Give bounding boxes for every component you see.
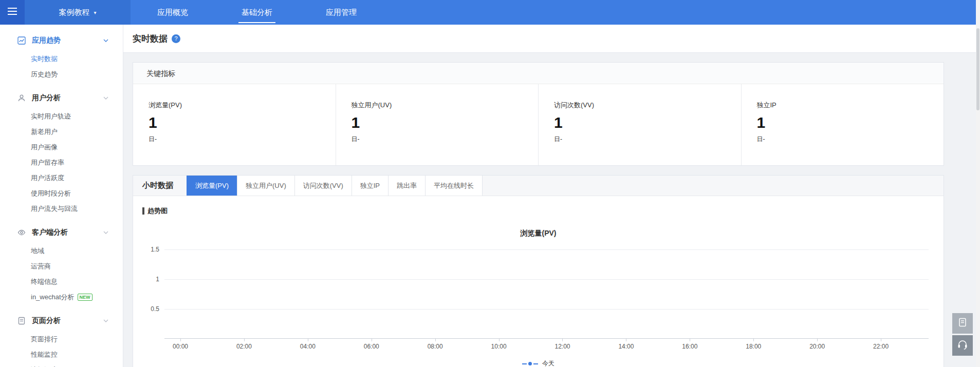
caret-down-icon: ▾	[94, 10, 96, 15]
x-axis-label: 10:00	[491, 343, 507, 350]
topnav-item-3[interactable]: 应用管理	[299, 0, 383, 25]
sidebar-section: 用户分析实时用户轨迹新老用户用户画像用户留存率用户活跃度使用时段分析用户流失与回…	[0, 87, 123, 217]
sidebar-item[interactable]: 地域	[0, 243, 123, 259]
x-axis-tick	[180, 339, 181, 341]
chart-legend[interactable]: 今天	[133, 359, 944, 367]
topnav-item-label: 应用管理	[326, 8, 357, 17]
user-icon	[17, 94, 26, 102]
sidebar-item[interactable]: 用户流失与回流	[0, 201, 123, 217]
sidebar-item[interactable]: 新老用户	[0, 124, 123, 140]
topnav-item-label: 基础分析	[242, 8, 272, 17]
sidebar-item[interactable]: 用户画像	[0, 140, 123, 155]
metric-card: 独立IP1日-	[741, 84, 944, 165]
sidebar-item-label: 用户画像	[31, 144, 58, 151]
sidebar-item[interactable]: 性能监控	[0, 347, 123, 362]
eye-icon	[17, 228, 26, 237]
document-icon	[957, 317, 968, 330]
pv-trend-chart: 浏览量(PV) 0.511.500:0002:0004:0006:0008:00…	[133, 229, 944, 367]
sidebar-item-label: 页面排行	[31, 336, 58, 343]
body-row: 应用趋势实时数据历史趋势用户分析实时用户轨迹新老用户用户画像用户留存率用户活跃度…	[0, 25, 980, 367]
chart-plot: 0.511.500:0002:0004:0006:0008:0010:0012:…	[164, 249, 929, 339]
chevron-down-icon	[103, 231, 108, 234]
sidebar-item[interactable]: 访问深度	[0, 362, 123, 367]
sidebar-item-label: 终端信息	[31, 278, 58, 285]
floating-toolbar	[952, 313, 973, 356]
metric-label: 独立用户(UV)	[352, 101, 539, 110]
key-metrics-card: 关键指标 浏览量(PV)1日-独立用户(UV)1日-访问次数(VV)1日-独立I…	[133, 62, 944, 166]
hourly-tab-4[interactable]: 独立IP	[352, 176, 388, 196]
metric-value: 1	[352, 114, 539, 131]
tab-label: 独立用户(UV)	[246, 181, 286, 190]
hourly-tab-1[interactable]: 浏览量(PV)	[187, 176, 237, 196]
sidebar-item[interactable]: 用户活跃度	[0, 170, 123, 186]
x-axis-label: 22:00	[873, 343, 889, 350]
sidebar-item[interactable]: 页面排行	[0, 332, 123, 347]
sidebar-item-label: 用户流失与回流	[31, 205, 78, 213]
x-axis-label: 18:00	[746, 343, 761, 350]
topnav-item-1[interactable]: 应用概览	[131, 0, 215, 25]
hourly-header: 小时数据 浏览量(PV)独立用户(UV)访问次数(VV)独立IP跳出率平均在线时…	[133, 176, 944, 196]
x-axis-tick	[753, 339, 754, 341]
x-axis-tick	[562, 339, 563, 341]
hourly-tab-5[interactable]: 跳出率	[388, 176, 425, 196]
sidebar-item-label: 运营商	[31, 263, 51, 270]
metric-value: 1	[554, 114, 741, 131]
sidebar-item[interactable]: in_wechat分析NEW	[0, 289, 123, 305]
x-axis-label: 04:00	[300, 343, 316, 350]
x-axis-label: 00:00	[173, 343, 188, 350]
legend-line-mark	[522, 363, 527, 364]
legend-line-mark	[533, 363, 538, 364]
trend-chart-icon	[17, 36, 26, 45]
x-axis-tick	[626, 339, 626, 341]
hourly-tab-2[interactable]: 独立用户(UV)	[237, 176, 294, 196]
page-icon	[17, 317, 26, 325]
x-axis-label: 14:00	[618, 343, 634, 350]
app-root: 案例教程 ▾ 应用概览基础分析应用管理 应用趋势实时数据历史趋势用户分析实时用户…	[0, 0, 980, 367]
sidebar-section-title: 客户端分析	[32, 228, 68, 237]
sidebar-section-header[interactable]: 应用趋势	[0, 30, 123, 51]
x-axis-tick	[308, 339, 308, 341]
sidebar-item[interactable]: 实时用户轨迹	[0, 109, 123, 124]
sidebar-item[interactable]: 用户留存率	[0, 155, 123, 170]
sidebar-item-label: in_wechat分析	[31, 294, 75, 301]
sidebar-item[interactable]: 使用时段分析	[0, 186, 123, 201]
topnav-item-2[interactable]: 基础分析	[215, 0, 299, 25]
x-axis-tick	[435, 339, 436, 341]
tab-label: 跳出率	[397, 181, 417, 190]
gridline	[164, 279, 929, 280]
hourly-tab-6[interactable]: 平均在线时长	[425, 176, 483, 196]
sidebar: 应用趋势实时数据历史趋势用户分析实时用户轨迹新老用户用户画像用户留存率用户活跃度…	[0, 25, 123, 367]
metric-sub: 日-	[352, 135, 539, 144]
sidebar-item[interactable]: 实时数据	[0, 51, 123, 67]
app-selector-dropdown[interactable]: 案例教程 ▾	[25, 0, 131, 25]
sidebar-item-label: 性能监控	[31, 351, 58, 358]
menu-toggle-button[interactable]	[0, 0, 25, 25]
trend-section-label: 趋势图	[142, 206, 944, 216]
sidebar-item[interactable]: 运营商	[0, 259, 123, 274]
sidebar-item-label: 实时数据	[31, 55, 58, 63]
sidebar-section-title: 页面分析	[32, 316, 61, 325]
sidebar-item[interactable]: 终端信息	[0, 274, 123, 289]
sidebar-section-header[interactable]: 页面分析	[0, 310, 123, 332]
scrollbar-thumb[interactable]	[976, 28, 979, 110]
key-metrics-title: 关键指标	[146, 69, 175, 78]
tab-label: 独立IP	[360, 181, 380, 190]
metric-label: 浏览量(PV)	[149, 101, 336, 110]
legend-label: 今天	[542, 359, 554, 367]
sidebar-item-label: 用户活跃度	[31, 175, 64, 182]
help-icon[interactable]: ?	[172, 34, 180, 43]
vertical-scrollbar[interactable]	[976, 0, 980, 367]
support-button[interactable]	[952, 335, 973, 356]
chevron-down-icon	[103, 319, 108, 322]
x-axis-label: 12:00	[554, 343, 570, 350]
metric-card: 浏览量(PV)1日-	[133, 84, 336, 165]
hourly-tab-3[interactable]: 访问次数(VV)	[294, 176, 352, 196]
sidebar-item[interactable]: 历史趋势	[0, 67, 123, 82]
sidebar-section-header[interactable]: 客户端分析	[0, 222, 123, 243]
content-area: 关键指标 浏览量(PV)1日-独立用户(UV)1日-访问次数(VV)1日-独立I…	[123, 53, 980, 367]
sidebar-section-header[interactable]: 用户分析	[0, 87, 123, 109]
metric-label: 访问次数(VV)	[554, 101, 741, 110]
sidebar-item-label: 用户留存率	[31, 159, 64, 166]
feedback-button[interactable]	[952, 313, 973, 334]
metric-value: 1	[757, 114, 944, 131]
